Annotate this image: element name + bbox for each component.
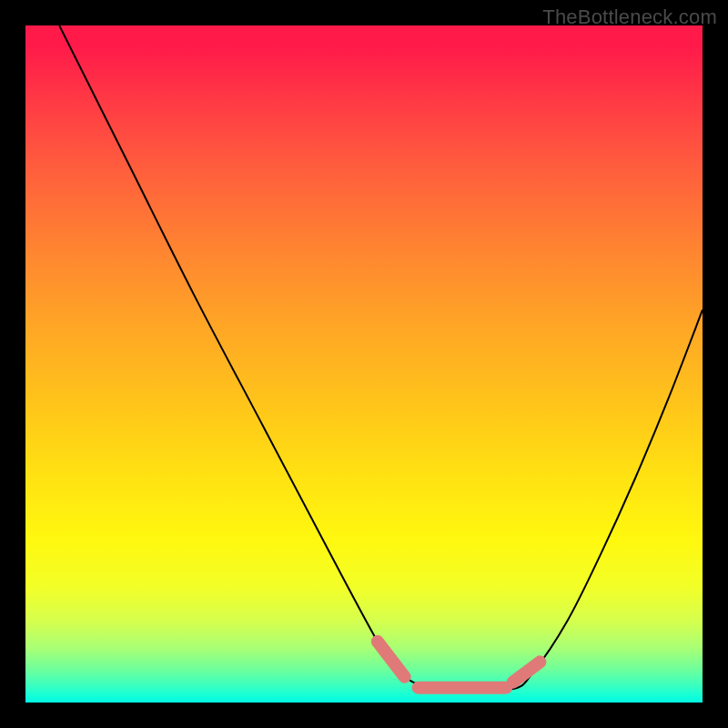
highlight-segment-0 bbox=[378, 642, 405, 677]
curve-layer bbox=[59, 25, 703, 691]
series-right-curve bbox=[466, 309, 703, 690]
chart-plot-area bbox=[25, 25, 703, 703]
series-left-curve bbox=[59, 25, 465, 691]
watermark-label: TheBottleneck.com bbox=[542, 5, 717, 29]
highlight-layer bbox=[378, 642, 541, 688]
chart-svg bbox=[25, 25, 703, 703]
highlight-segment-2 bbox=[513, 662, 541, 682]
